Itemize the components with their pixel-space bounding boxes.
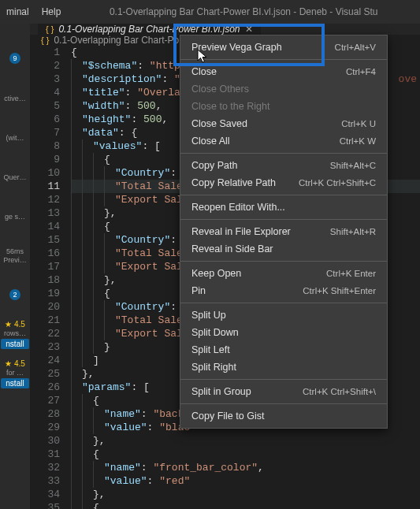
context-menu-label: Reopen Editor With... xyxy=(191,202,285,213)
activity-bar: 9 ctive… (wit… Quer… ge s… 56msPrevi… 2 … xyxy=(0,24,30,509)
activity-item-quer[interactable]: Quer… xyxy=(3,165,26,188)
context-menu-label: Split Up xyxy=(191,310,226,321)
close-icon[interactable]: ✕ xyxy=(245,24,253,35)
activity-ext-2[interactable]: ★ 4.5 for … nstall xyxy=(1,362,28,385)
context-menu-item[interactable]: Reveal in File ExplorerShift+Alt+R xyxy=(180,223,387,240)
json-icon: { } xyxy=(41,35,49,45)
context-menu-label: Split Left xyxy=(191,344,230,355)
context-menu-label: Split in Group xyxy=(191,386,251,397)
tabs-bar: { } 0.1-Overlapping Bar Chart-Power BI.v… xyxy=(30,24,420,35)
tab-filename: 0.1-Overlapping Bar Chart-Power BI.vl.js… xyxy=(58,24,240,35)
context-menu-separator xyxy=(180,219,387,220)
context-menu-label: Reveal in File Explorer xyxy=(191,226,291,237)
context-menu-separator xyxy=(180,379,387,380)
context-menu-item[interactable]: Split Up xyxy=(180,307,387,324)
context-menu-shortcut: Ctrl+K Enter xyxy=(326,269,376,278)
menubar: minal Help 0.1-Overlapping Bar Chart-Pow… xyxy=(0,0,420,24)
context-menu-label: Keep Open xyxy=(191,268,241,279)
context-menu-separator xyxy=(180,195,387,195)
line-gutter: 1234567891011121314151617181920212223242… xyxy=(30,46,71,509)
context-menu-shortcut: Ctrl+F4 xyxy=(346,67,376,76)
code-line[interactable]: }, xyxy=(71,434,420,448)
context-menu-label: Copy Relative Path xyxy=(191,177,276,188)
context-menu-item[interactable]: Close AllCtrl+K W xyxy=(180,132,387,150)
json-icon: { } xyxy=(46,24,54,34)
activity-item-active[interactable]: ctive… xyxy=(4,87,26,109)
code-line[interactable]: { xyxy=(71,501,420,509)
context-menu-separator xyxy=(180,403,387,404)
menu-help[interactable]: Help xyxy=(42,6,61,17)
context-menu-shortcut: Ctrl+K U xyxy=(341,119,376,128)
context-menu-shortcut: Shift+Alt+R xyxy=(330,227,376,236)
context-menu-separator xyxy=(180,153,387,154)
activity-ms: 56msPrevi… xyxy=(3,244,27,266)
context-menu-shortcut: Ctrl+K Shift+Enter xyxy=(303,286,376,295)
context-menu-item: Close Others xyxy=(180,80,387,98)
breadcrumb-path: 0.1-Overlapping Bar Chart-Po xyxy=(54,35,179,46)
activity-item-ges[interactable]: ge s… xyxy=(5,205,25,227)
context-menu-shortcut: Shift+Alt+C xyxy=(330,161,376,170)
context-menu-item[interactable]: Preview Vega GraphCtrl+Alt+V xyxy=(180,39,387,56)
context-menu-label: Close xyxy=(191,66,217,77)
context-menu-item[interactable]: Split Right xyxy=(180,359,387,376)
context-menu-separator xyxy=(180,261,387,262)
context-menu-label: Copy File to Gist xyxy=(191,411,264,422)
code-line[interactable]: { xyxy=(71,448,420,461)
context-menu-item: Close to the Right xyxy=(180,98,387,115)
context-menu-item[interactable]: Split in GroupCtrl+K Ctrl+Shift+\ xyxy=(180,383,387,400)
context-menu-label: Preview Vega Graph xyxy=(191,42,282,53)
context-menu-item[interactable]: PinCtrl+K Shift+Enter xyxy=(180,282,387,299)
context-menu-item[interactable]: Copy Relative PathCtrl+K Ctrl+Shift+C xyxy=(180,174,387,191)
code-line[interactable]: "name": "front_bar_color", xyxy=(71,461,420,474)
context-menu-shortcut: Ctrl+K W xyxy=(340,136,376,146)
context-menu-separator xyxy=(180,303,387,303)
menu-terminal[interactable]: minal xyxy=(6,6,29,17)
tab-file[interactable]: { } 0.1-Overlapping Bar Chart-Power BI.v… xyxy=(38,24,261,35)
activity-badge-2[interactable]: 2 xyxy=(9,284,20,306)
context-menu-item[interactable]: Close SavedCtrl+K U xyxy=(180,115,387,132)
context-menu-shortcut: Ctrl+Alt+V xyxy=(335,43,376,52)
context-menu-item[interactable]: Reopen Editor With... xyxy=(180,199,387,216)
context-menu-item[interactable]: Keep OpenCtrl+K Enter xyxy=(180,265,387,282)
context-menu-label: Close All xyxy=(191,136,230,147)
context-menu-label: Reveal in Side Bar xyxy=(191,243,273,254)
activity-badge-1[interactable]: 9 xyxy=(9,47,20,69)
window-title: 0.1-Overlapping Bar Chart-Power BI.vl.js… xyxy=(73,6,414,17)
code-line[interactable]: "value": "red" xyxy=(71,474,420,488)
context-menu-label: Copy Path xyxy=(191,160,237,171)
context-menu-item[interactable]: Split Down xyxy=(180,324,387,341)
context-menu-shortcut: Ctrl+K Ctrl+Shift+\ xyxy=(303,387,376,396)
activity-item-wit[interactable]: (wit… xyxy=(6,126,24,148)
context-menu-item[interactable]: CloseCtrl+F4 xyxy=(180,63,387,80)
context-menu-item[interactable]: Copy PathShift+Alt+C xyxy=(180,157,387,174)
context-menu-item[interactable]: Reveal in Side Bar xyxy=(180,240,387,258)
context-menu-separator xyxy=(180,59,387,60)
context-menu: Preview Vega GraphCtrl+Alt+VCloseCtrl+F4… xyxy=(180,35,388,429)
context-menu-label: Split Down xyxy=(191,327,239,338)
context-menu-label: Close Saved xyxy=(191,118,247,129)
context-menu-label: Close to the Right xyxy=(191,101,269,112)
activity-ext-1[interactable]: ★ 4.5 rows… nstall xyxy=(1,323,28,345)
context-menu-item[interactable]: Copy File to Gist xyxy=(180,407,387,425)
code-line[interactable]: }, xyxy=(71,488,420,501)
context-menu-item[interactable]: Split Left xyxy=(180,341,387,359)
context-menu-shortcut: Ctrl+K Ctrl+Shift+C xyxy=(299,178,376,188)
context-menu-label: Close Others xyxy=(191,84,249,95)
context-menu-label: Split Right xyxy=(191,362,236,373)
context-menu-label: Pin xyxy=(191,285,206,296)
